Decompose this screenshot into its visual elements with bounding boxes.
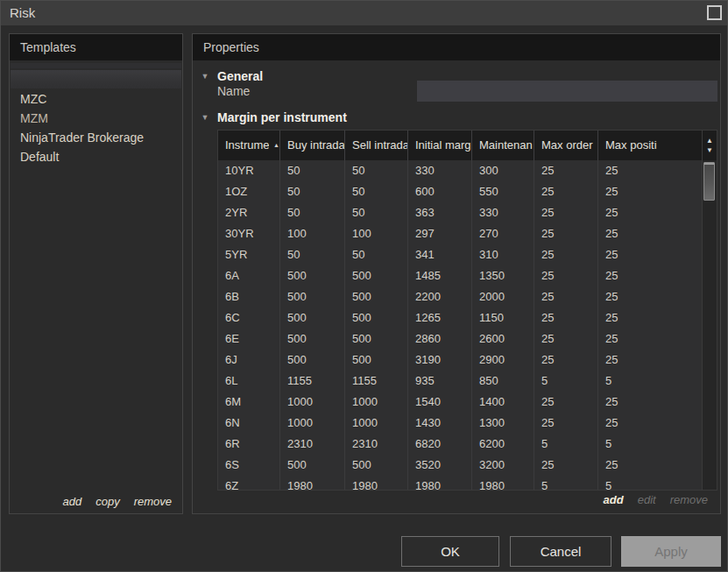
scrollbar-buttons[interactable]: ▲ ▼	[703, 131, 717, 160]
cell-max-order: 25	[534, 160, 598, 181]
table-row[interactable]: 30YR 100 100 297 270 25 25	[218, 223, 717, 244]
cell-sell-intraday: 50	[345, 160, 408, 181]
table-row[interactable]: 6M 1000 1000 1540 1400 25 25	[218, 392, 717, 413]
table-row[interactable]: 6C 500 500 1265 1150 25 25	[218, 307, 717, 328]
table-row[interactable]: 10YR 50 50 330 300 25 25	[218, 160, 717, 181]
cell-sell-intraday: 500	[345, 455, 408, 476]
template-list-item[interactable]: NinjaTrader Brokerage Default	[10, 128, 182, 147]
cell-instrument: 6M	[218, 392, 280, 413]
cell-initial-margin: 1980	[408, 476, 472, 490]
cell-max-position: 25	[598, 223, 717, 244]
name-input[interactable]	[417, 81, 717, 102]
collapse-triangle-icon[interactable]: ▼	[193, 113, 217, 122]
template-list-selected-row[interactable]	[11, 70, 181, 88]
table-row[interactable]: 6E 500 500 2860 2600 25 25	[218, 328, 717, 350]
table-row[interactable]: 6R 2310 2310 6820 6200 5 5	[218, 434, 717, 455]
cell-max-position: 25	[598, 286, 717, 307]
cell-buy-intraday: 100	[280, 223, 345, 244]
column-header-initial-margin[interactable]: Initial marg	[408, 131, 472, 160]
cell-buy-intraday: 1000	[280, 392, 345, 413]
table-row[interactable]: 6Z 1980 1980 1980 1980 5 5	[218, 476, 717, 490]
ok-button[interactable]: OK	[401, 536, 499, 567]
cell-max-order: 5	[534, 371, 598, 392]
table-row[interactable]: 6J 500 500 3190 2900 25 25	[218, 350, 717, 371]
cell-max-position: 25	[598, 413, 717, 434]
templates-panel: Templates MZC MZM NinjaTrader Brokerage …	[9, 33, 183, 514]
cell-max-position: 25	[598, 307, 717, 328]
template-list-item-label: NinjaTrader Brokerage Default	[20, 131, 144, 164]
cell-max-position: 25	[598, 350, 717, 371]
margin-remove-link[interactable]: remove	[670, 493, 708, 506]
cell-max-position: 5	[598, 476, 717, 490]
cell-maintenance: 3200	[472, 455, 534, 476]
cell-max-position: 25	[598, 455, 717, 476]
margin-add-link[interactable]: add	[604, 493, 624, 506]
cell-sell-intraday: 500	[345, 328, 408, 350]
column-header-max-position[interactable]: Max positi	[598, 131, 717, 160]
risk-dialog-window: Risk Templates MZC MZM NinjaTrader Broke…	[0, 0, 728, 572]
cell-sell-intraday: 1000	[345, 392, 408, 413]
cell-initial-margin: 6820	[408, 434, 472, 455]
column-header-maintenance[interactable]: Maintenan	[472, 131, 534, 160]
cell-instrument: 6J	[218, 350, 280, 371]
table-row[interactable]: 6B 500 500 2200 2000 25 25	[218, 286, 717, 307]
cell-maintenance: 330	[472, 202, 534, 223]
title-bar[interactable]: Risk	[1, 1, 727, 25]
template-list-item-label: MZC	[20, 92, 46, 106]
cell-buy-intraday: 500	[280, 286, 345, 307]
scroll-down-icon[interactable]: ▼	[706, 147, 713, 154]
cell-instrument: 2YR	[218, 202, 280, 223]
sort-ascending-icon: ▲	[273, 131, 279, 160]
cell-max-position: 5	[598, 371, 717, 392]
cell-buy-intraday: 1155	[280, 371, 345, 392]
template-copy-link[interactable]: copy	[95, 495, 119, 508]
cell-maintenance: 310	[472, 244, 534, 265]
cell-initial-margin: 330	[408, 160, 472, 181]
cell-instrument: 6E	[218, 328, 280, 350]
column-header-buy-intraday[interactable]: Buy intrada	[280, 131, 345, 160]
template-add-link[interactable]: add	[62, 495, 81, 508]
cell-initial-margin: 2200	[408, 286, 472, 307]
cell-initial-margin: 2860	[408, 328, 472, 350]
column-header-instrument[interactable]: Instrume ▲	[218, 131, 280, 160]
table-row[interactable]: 6L 1155 1155 935 850 5 5	[218, 371, 717, 392]
properties-panel-header: Properties	[193, 34, 720, 60]
cell-max-order: 25	[534, 223, 598, 244]
cell-initial-margin: 1265	[408, 307, 472, 328]
maximize-icon[interactable]	[707, 5, 722, 20]
margin-edit-link[interactable]: edit	[638, 493, 656, 506]
cell-max-order: 25	[534, 392, 598, 413]
cell-buy-intraday: 500	[280, 328, 345, 350]
cell-max-position: 25	[598, 265, 717, 286]
table-row[interactable]: 6S 500 500 3520 3200 25 25	[218, 455, 717, 476]
cell-max-position: 25	[598, 160, 717, 181]
apply-button[interactable]: Apply	[621, 536, 721, 567]
cell-initial-margin: 935	[408, 371, 472, 392]
cell-max-order: 25	[534, 202, 598, 223]
table-row[interactable]: 6A 500 500 1485 1350 25 25	[218, 265, 717, 286]
table-row[interactable]: 2YR 50 50 363 330 25 25	[218, 202, 717, 223]
vertical-scrollbar[interactable]: ▲ ▼	[702, 131, 717, 490]
collapse-triangle-icon[interactable]: ▼	[193, 72, 217, 81]
scrollbar-thumb[interactable]	[703, 162, 715, 201]
cell-sell-intraday: 50	[345, 181, 408, 202]
cell-initial-margin: 297	[408, 223, 472, 244]
column-header-sell-intraday[interactable]: Sell intrada	[345, 131, 408, 160]
cell-initial-margin: 600	[408, 181, 472, 202]
template-remove-link[interactable]: remove	[134, 495, 172, 508]
table-row[interactable]: 5YR 50 50 341 310 25 25	[218, 244, 717, 265]
template-list-item[interactable]: MZM	[10, 109, 182, 128]
cell-sell-intraday: 50	[345, 244, 408, 265]
template-list-item[interactable]: MZC	[10, 89, 182, 109]
cell-max-order: 25	[534, 455, 598, 476]
template-list-empty-row[interactable]	[11, 63, 181, 68]
margin-section-title: Margin per instrument	[217, 110, 347, 124]
cell-initial-margin: 1540	[408, 392, 472, 413]
table-row[interactable]: 1OZ 50 50 600 550 25 25	[218, 181, 717, 202]
cell-instrument: 6B	[218, 286, 280, 307]
column-header-max-order[interactable]: Max order	[534, 131, 598, 160]
cancel-button[interactable]: Cancel	[510, 536, 611, 567]
cell-max-order: 25	[534, 244, 598, 265]
table-row[interactable]: 6N 1000 1000 1430 1300 25 25	[218, 413, 717, 434]
scroll-up-icon[interactable]: ▲	[706, 138, 713, 145]
